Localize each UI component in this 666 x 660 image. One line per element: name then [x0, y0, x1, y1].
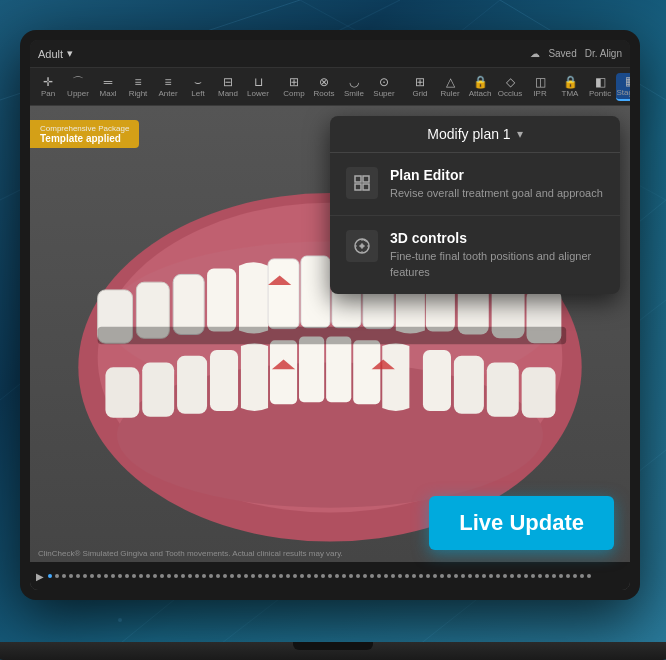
- timeline-dot: [76, 574, 80, 578]
- timeline-dot: [559, 574, 563, 578]
- timeline-dot: [314, 574, 318, 578]
- timeline-dot: [132, 574, 136, 578]
- modify-plan-editor-item[interactable]: Plan Editor Revise overall treatment goa…: [330, 153, 620, 216]
- tool-roots[interactable]: ⊗ Roots: [310, 74, 338, 100]
- modify-plan-header[interactable]: Modify plan 1 ▾: [330, 116, 620, 153]
- play-icon[interactable]: ▶: [36, 571, 44, 582]
- toolbar: ✛ Pan ⌒ Upper ═ Maxl ≡ Right ≡ Anter ⌣ L…: [30, 68, 630, 106]
- timeline-dot: [209, 574, 213, 578]
- mand-icon: ⊟: [223, 76, 233, 88]
- tool-attach[interactable]: 🔒 Attach: [466, 74, 494, 100]
- timeline-dot: [216, 574, 220, 578]
- saved-label: Saved: [548, 48, 576, 59]
- tool-grid[interactable]: ⊞ Grid: [406, 74, 434, 100]
- modify-chevron-icon: ▾: [517, 127, 523, 141]
- tma-icon: 🔒: [563, 76, 578, 88]
- cloud-icon: ☁: [530, 48, 540, 59]
- modify-plan-dropdown: Modify plan 1 ▾ Plan Editor R: [330, 116, 620, 294]
- tool-staging[interactable]: ▦ Staging: [616, 73, 630, 101]
- user-label: Dr. Align: [585, 48, 622, 59]
- tool-occlus[interactable]: ◇ Occlus: [496, 74, 524, 100]
- timeline-dot: [461, 574, 465, 578]
- timeline-dot: [181, 574, 185, 578]
- timeline-dot: [258, 574, 262, 578]
- laptop-base: [0, 642, 666, 660]
- laptop-notch: [293, 642, 373, 650]
- timeline-dot: [48, 574, 52, 578]
- svg-rect-54: [363, 176, 369, 182]
- timeline-dot: [468, 574, 472, 578]
- live-update-label: Live Update: [459, 510, 584, 535]
- tool-ipr[interactable]: ◫ IPR: [526, 74, 554, 100]
- svg-rect-53: [355, 176, 361, 182]
- timeline-dot: [160, 574, 164, 578]
- plan-editor-text: Plan Editor Revise overall treatment goa…: [390, 167, 603, 201]
- tool-pontic[interactable]: ◧ Pontic: [586, 74, 614, 100]
- template-badge-sub: Comprehensive Package: [40, 124, 129, 133]
- timeline-dot: [62, 574, 66, 578]
- upper-icon: ⌒: [72, 76, 84, 88]
- svg-rect-45: [353, 340, 380, 404]
- patient-type-label: Adult: [38, 48, 63, 60]
- timeline-dot: [146, 574, 150, 578]
- timeline-dot: [97, 574, 101, 578]
- live-update-button[interactable]: Live Update: [429, 496, 614, 550]
- svg-point-60: [360, 244, 364, 248]
- patient-chevron-icon: ▾: [67, 47, 73, 60]
- timeline-dot: [174, 574, 178, 578]
- timeline-dot: [265, 574, 269, 578]
- tool-anter[interactable]: ≡ Anter: [154, 74, 182, 100]
- timeline-dot: [335, 574, 339, 578]
- timeline-dot: [545, 574, 549, 578]
- tool-ruler[interactable]: △ Ruler: [436, 74, 464, 100]
- tool-pan[interactable]: ✛ Pan: [34, 74, 62, 100]
- staging-icon: ▦: [625, 75, 631, 87]
- timeline-dot: [293, 574, 297, 578]
- pan-icon: ✛: [43, 76, 53, 88]
- tool-upper[interactable]: ⌒ Upper: [64, 74, 92, 100]
- svg-rect-21: [173, 274, 204, 334]
- tool-right[interactable]: ≡ Right: [124, 74, 152, 100]
- svg-rect-39: [142, 363, 174, 417]
- tool-smile[interactable]: ◡ Smile: [340, 74, 368, 100]
- timeline-dot: [104, 574, 108, 578]
- timeline-dot: [573, 574, 577, 578]
- timeline-dot: [307, 574, 311, 578]
- comp-icon: ⊞: [289, 76, 299, 88]
- tool-mand[interactable]: ⊟ Mand: [214, 74, 242, 100]
- smile-icon: ◡: [349, 76, 359, 88]
- tool-super[interactable]: ⊙ Super: [370, 74, 398, 100]
- timeline-dot: [286, 574, 290, 578]
- tool-tma[interactable]: 🔒 TMA: [556, 74, 584, 100]
- timeline-dot: [342, 574, 346, 578]
- timeline-dot: [440, 574, 444, 578]
- laptop-screen: Adult ▾ ☁ Saved Dr. Align ✛ Pan ⌒ Upper …: [30, 40, 630, 590]
- timeline-dot: [419, 574, 423, 578]
- timeline-dot: [125, 574, 129, 578]
- timeline-dot: [391, 574, 395, 578]
- patient-type-selector[interactable]: Adult ▾: [38, 47, 73, 60]
- timeline-dot: [447, 574, 451, 578]
- timeline-dot: [503, 574, 507, 578]
- timeline-dot: [300, 574, 304, 578]
- modify-3d-controls-item[interactable]: 3D controls Fine-tune final tooth positi…: [330, 216, 620, 294]
- timeline-dot: [356, 574, 360, 578]
- timeline-dot: [139, 574, 143, 578]
- lower-icon: ⊔: [254, 76, 263, 88]
- svg-rect-23: [207, 269, 236, 332]
- tool-left[interactable]: ⌣ Left: [184, 74, 212, 100]
- tool-comp[interactable]: ⊞ Comp: [280, 74, 308, 100]
- timeline-dot: [524, 574, 528, 578]
- timeline-dot: [454, 574, 458, 578]
- timeline-dot: [90, 574, 94, 578]
- tool-maxl[interactable]: ═ Maxl: [94, 74, 122, 100]
- svg-rect-41: [210, 350, 238, 411]
- left-icon: ⌣: [194, 76, 202, 88]
- timeline-dot: [475, 574, 479, 578]
- roots-icon: ⊗: [319, 76, 329, 88]
- timeline-dot: [517, 574, 521, 578]
- timeline-dot: [328, 574, 332, 578]
- ipr-icon: ◫: [535, 76, 546, 88]
- tool-lower[interactable]: ⊔ Lower: [244, 74, 272, 100]
- timeline-dot: [111, 574, 115, 578]
